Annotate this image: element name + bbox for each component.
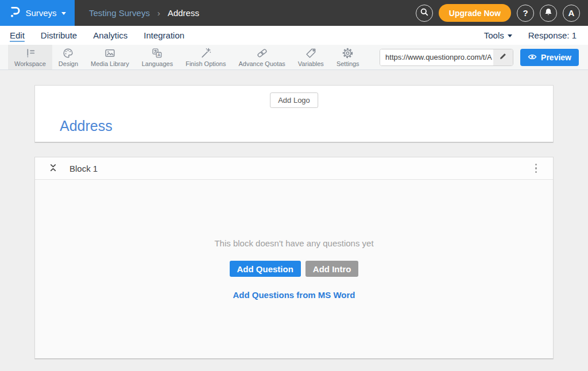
tools-menu[interactable]: Tools	[484, 30, 512, 40]
eye-icon	[528, 53, 537, 62]
help-button[interactable]: ?	[517, 5, 534, 22]
preview-label: Preview	[541, 53, 571, 62]
breadcrumb-separator: ›	[157, 8, 160, 18]
empty-block-message: This block doesn't have any questions ye…	[214, 238, 373, 248]
toolbar-right: Preview	[380, 45, 588, 69]
toolbar-item-label: Design	[59, 60, 78, 67]
workspace-icon	[24, 47, 36, 59]
languages-icon: A	[151, 47, 163, 59]
survey-title: Address	[60, 118, 113, 134]
block-card: Block 1 This block doesn't have any ques…	[34, 157, 554, 359]
block-menu-button[interactable]	[532, 161, 541, 176]
kebab-menu-icon	[535, 164, 537, 173]
chevron-down-icon	[61, 12, 66, 15]
design-icon	[62, 47, 74, 59]
survey-nav: Edit Distribute Analytics Integration To…	[0, 26, 588, 45]
response-count: Response: 1	[528, 30, 577, 40]
tab-distribute[interactable]: Distribute	[41, 30, 77, 40]
toolbar-item-media-library[interactable]: Media Library	[84, 45, 136, 69]
toolbar-item-variables[interactable]: Variables	[292, 45, 330, 69]
tab-edit[interactable]: Edit	[10, 30, 25, 40]
survey-url-input[interactable]	[380, 49, 493, 65]
toolbar-item-settings[interactable]: Settings	[330, 45, 366, 69]
add-from-ms-word-link[interactable]: Add Questions from MS Word	[233, 290, 355, 300]
chevron-down-icon	[508, 34, 512, 37]
toolbar-item-label: Workspace	[14, 60, 46, 67]
questionpro-logo-icon	[9, 5, 21, 21]
pencil-icon	[499, 52, 507, 62]
toolbar-item-design[interactable]: Design	[52, 45, 84, 69]
toolbar-item-label: Variables	[298, 60, 324, 67]
block-title: Block 1	[69, 164, 98, 173]
media-library-icon	[104, 47, 116, 59]
header-actions: Upgrade Now ? A	[416, 4, 588, 22]
search-button[interactable]	[416, 5, 433, 22]
toolbar-item-workspace[interactable]: Workspace	[8, 45, 52, 69]
upgrade-now-button[interactable]: Upgrade Now	[439, 4, 511, 22]
breadcrumb-current: Address	[168, 8, 199, 18]
finish-options-icon	[200, 47, 212, 59]
toolbar-item-label: Settings	[336, 60, 359, 67]
product-label: Surveys	[25, 8, 56, 18]
breadcrumb-parent-link[interactable]: Testing Surveys	[89, 8, 150, 18]
tab-analytics[interactable]: Analytics	[93, 30, 127, 40]
collapse-icon	[49, 163, 57, 174]
add-question-button[interactable]: Add Question	[230, 261, 301, 277]
collapse-block-button[interactable]	[48, 162, 59, 175]
breadcrumb: Testing Surveys › Address	[89, 8, 199, 18]
toolbar-item-languages[interactable]: A Languages	[136, 45, 179, 69]
variables-icon	[305, 47, 317, 59]
toolbar-item-finish-options[interactable]: Finish Options	[179, 45, 232, 69]
toolbar-item-label: Advance Quotas	[238, 60, 285, 67]
toolbar-item-label: Finish Options	[185, 60, 226, 67]
survey-header-card: Add Logo Address	[34, 85, 554, 142]
edit-toolbar: Workspace Design	[0, 45, 588, 70]
surveys-product-menu[interactable]: Surveys	[0, 0, 75, 26]
notifications-button[interactable]	[540, 5, 557, 22]
survey-url-group	[380, 49, 513, 66]
block-body: This block doesn't have any questions ye…	[35, 180, 553, 358]
toolbar-item-advance-quotas[interactable]: Advance Quotas	[232, 45, 291, 69]
block-actions: Add Question Add Intro	[230, 261, 359, 277]
edit-url-button[interactable]	[493, 49, 513, 65]
tab-integration[interactable]: Integration	[144, 30, 184, 40]
avatar-letter: A	[568, 8, 575, 18]
search-icon	[420, 7, 429, 18]
nav-right: Tools Response: 1	[484, 30, 577, 40]
toolbar-item-label: Media Library	[91, 60, 129, 67]
add-logo-button[interactable]: Add Logo	[270, 92, 318, 108]
top-header: Surveys Testing Surveys › Address Upgrad…	[0, 0, 588, 26]
main-content: Add Logo Address Block 1	[0, 70, 588, 371]
settings-icon	[342, 47, 354, 59]
help-icon: ?	[523, 8, 528, 18]
add-intro-button[interactable]: Add Intro	[305, 261, 359, 277]
bell-icon	[544, 7, 553, 18]
advance-quotas-icon	[256, 47, 268, 59]
block-header: Block 1	[35, 157, 553, 180]
app-root: Surveys Testing Surveys › Address Upgrad…	[0, 0, 588, 371]
tools-label: Tools	[484, 30, 504, 40]
avatar-button[interactable]: A	[563, 5, 580, 22]
toolbar-item-label: Languages	[142, 60, 173, 67]
preview-button[interactable]: Preview	[520, 49, 579, 66]
svg-text:A: A	[157, 52, 161, 57]
